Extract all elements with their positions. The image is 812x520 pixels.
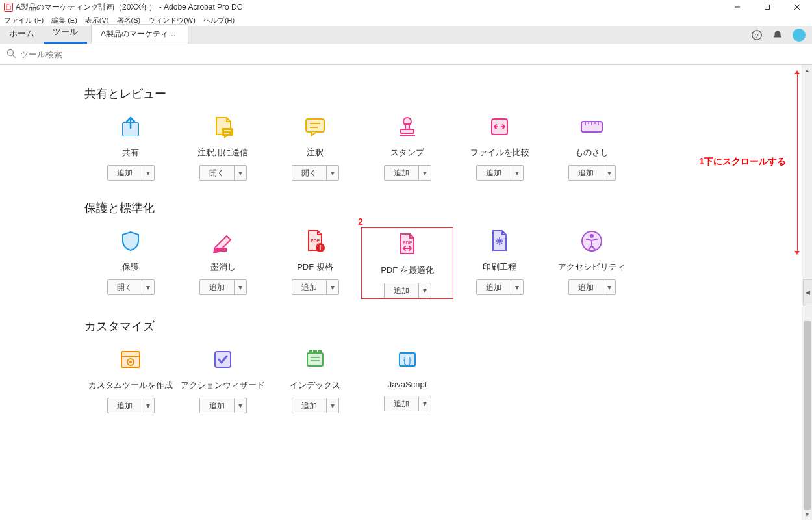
tool-optimize[interactable]: PDFPDF を最適化追加▾2: [361, 228, 453, 299]
svg-text:PDF: PDF: [403, 240, 412, 245]
tool-action-label[interactable]: 追加: [385, 166, 419, 180]
tool-action-button[interactable]: 追加▾: [199, 280, 247, 295]
tool-action-button[interactable]: 追加▾: [292, 280, 339, 295]
custom-icon: [117, 346, 144, 373]
menu-help[interactable]: ヘルプ(H): [202, 16, 236, 25]
tool-action-label[interactable]: 追加: [108, 398, 142, 413]
tab-row: ホーム ツール A製品のマーケティング... ?: [0, 26, 812, 44]
tool-index[interactable]: インデックス追加▾: [269, 346, 361, 413]
annotation-scroll-text: 1下にスクロールする: [699, 156, 786, 168]
tool-action-button[interactable]: 追加▾: [476, 280, 524, 295]
minimize-button[interactable]: [722, 0, 752, 14]
tool-action-label[interactable]: 追加: [385, 396, 419, 411]
tool-action-label[interactable]: 開く: [292, 166, 327, 180]
stamp-icon: [394, 113, 421, 140]
tool-label: 墨消し: [210, 261, 236, 273]
tool-javascript[interactable]: { }JavaScript追加▾: [361, 346, 453, 413]
chevron-down-icon[interactable]: ▾: [235, 398, 246, 413]
chevron-down-icon[interactable]: ▾: [327, 166, 338, 180]
tool-action-label[interactable]: 追加: [108, 166, 142, 180]
tool-action-label[interactable]: 追加: [569, 166, 603, 180]
tool-action-button[interactable]: 追加▾: [384, 165, 431, 181]
tool-comment[interactable]: 注釈開く▾: [269, 113, 361, 181]
scroll-down-arrow[interactable]: ▼: [802, 510, 812, 520]
chevron-down-icon[interactable]: ▾: [419, 283, 431, 298]
tab-tools[interactable]: ツール: [44, 22, 87, 44]
measure-icon: [578, 113, 605, 140]
chevron-down-icon[interactable]: ▾: [142, 166, 154, 180]
svg-point-35: [590, 234, 594, 238]
chevron-down-icon[interactable]: ▾: [419, 166, 431, 180]
tool-custom[interactable]: カスタムツールを作成追加▾: [84, 346, 177, 413]
help-icon[interactable]: ?: [751, 29, 763, 41]
tool-action-button[interactable]: 追加▾: [292, 398, 339, 413]
chevron-down-icon[interactable]: ▾: [603, 280, 615, 294]
tool-accessibility[interactable]: アクセシビリティ追加▾: [546, 228, 638, 299]
tool-label: ファイルを比較: [470, 147, 529, 159]
chevron-down-icon[interactable]: ▾: [235, 166, 246, 180]
tool-action-label[interactable]: 開く: [200, 166, 235, 180]
chevron-down-icon[interactable]: ▾: [235, 280, 246, 294]
tool-action-label[interactable]: 追加: [200, 398, 235, 413]
chevron-down-icon[interactable]: ▾: [327, 398, 338, 413]
tool-action-label[interactable]: 追加: [292, 280, 327, 294]
svg-rect-43: [313, 350, 317, 353]
tool-action-button[interactable]: 追加▾: [384, 283, 431, 298]
tab-home[interactable]: ホーム: [0, 24, 44, 44]
chevron-down-icon[interactable]: ▾: [603, 166, 615, 180]
tool-redact[interactable]: 墨消し追加▾: [177, 228, 269, 299]
svg-line-7: [13, 55, 16, 57]
svg-text:?: ?: [755, 32, 759, 39]
tool-action-label[interactable]: 追加: [292, 398, 327, 413]
tool-action-label[interactable]: 追加: [477, 280, 511, 294]
tool-label: 共有: [122, 147, 139, 159]
user-avatar[interactable]: [793, 29, 806, 42]
redact-icon: [209, 228, 236, 255]
tool-action-button[interactable]: 追加▾: [384, 396, 431, 411]
chevron-down-icon[interactable]: ▾: [511, 280, 523, 294]
tool-action-button[interactable]: 開く▾: [199, 165, 247, 181]
tool-action-button[interactable]: 追加▾: [476, 165, 524, 181]
tool-action-button[interactable]: 追加▾: [568, 280, 616, 295]
tool-compare[interactable]: ファイルを比較追加▾: [453, 113, 546, 181]
chevron-down-icon[interactable]: ▾: [142, 280, 154, 294]
share-icon: [117, 113, 144, 140]
scroll-thumb[interactable]: [804, 321, 811, 510]
side-panel-handle[interactable]: ◀: [803, 280, 812, 306]
tool-action-button[interactable]: 追加▾: [107, 165, 155, 181]
tool-action-label[interactable]: 追加: [200, 280, 235, 294]
svg-point-33: [498, 240, 501, 242]
window-controls: [722, 0, 812, 14]
tool-action-label[interactable]: 追加: [385, 283, 419, 298]
tool-stamp[interactable]: スタンプ追加▾: [361, 113, 453, 181]
tool-action-button[interactable]: 追加▾: [568, 165, 616, 181]
maximize-button[interactable]: [752, 0, 782, 14]
tab-document[interactable]: A製品のマーケティング...: [91, 24, 188, 44]
title-bar: A製品のマーケティング計画（20XX年） - Adobe Acrobat Pro…: [0, 0, 812, 14]
chevron-down-icon[interactable]: ▾: [511, 166, 523, 180]
notifications-icon[interactable]: [772, 29, 783, 41]
chevron-down-icon[interactable]: ▾: [327, 280, 338, 294]
tool-pdf-standard[interactable]: PDFiPDF 規格追加▾: [269, 228, 361, 299]
tool-action-button[interactable]: 追加▾: [199, 398, 247, 413]
tool-action-label[interactable]: 追加: [477, 166, 511, 180]
tool-send-comment[interactable]: 注釈用に送信開く▾: [177, 113, 269, 181]
pdf-standard-icon: PDFi: [301, 228, 329, 255]
tool-action-label[interactable]: 開く: [108, 280, 142, 294]
chevron-down-icon[interactable]: ▾: [419, 396, 431, 411]
tool-action-button[interactable]: 開く▾: [292, 165, 339, 181]
tool-action[interactable]: アクションウィザード追加▾: [177, 346, 269, 413]
tool-share[interactable]: 共有追加▾: [84, 113, 177, 181]
tool-protect[interactable]: 保護開く▾: [84, 228, 177, 299]
close-button[interactable]: [782, 0, 812, 14]
tool-search-input[interactable]: [20, 49, 215, 59]
annotation-highlight-number: 2: [358, 216, 363, 227]
chevron-down-icon[interactable]: ▾: [142, 398, 154, 413]
tool-action-button[interactable]: 開く▾: [107, 280, 155, 295]
tool-row: 保護開く▾墨消し追加▾PDFiPDF 規格追加▾PDFPDF を最適化追加▾2印…: [84, 228, 789, 299]
tool-action-label[interactable]: 追加: [569, 280, 603, 294]
scroll-up-arrow[interactable]: ▲: [802, 65, 812, 75]
tool-measure[interactable]: ものさし追加▾: [546, 113, 638, 181]
tool-action-button[interactable]: 追加▾: [107, 398, 155, 413]
tool-print-prod[interactable]: 印刷工程追加▾: [453, 228, 546, 299]
